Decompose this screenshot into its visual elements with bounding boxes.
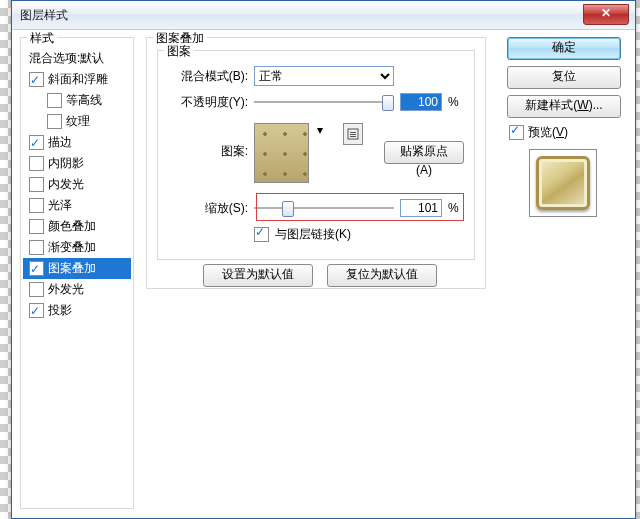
style-item-6[interactable]: 内发光 <box>23 174 131 195</box>
titlebar[interactable]: 图层样式 ✕ <box>12 1 635 30</box>
layer-style-dialog: 图层样式 ✕ 样式 混合选项:默认斜面和浮雕等高线纹理描边内阴影内发光光泽颜色叠… <box>11 0 636 519</box>
dialog-body: 样式 混合选项:默认斜面和浮雕等高线纹理描边内阴影内发光光泽颜色叠加渐变叠加图案… <box>20 37 627 510</box>
preview-checkbox[interactable] <box>509 125 524 140</box>
opacity-input[interactable] <box>400 93 442 111</box>
opacity-pct: % <box>448 95 464 109</box>
style-item-11[interactable]: 外发光 <box>23 279 131 300</box>
style-list: 混合选项:默认斜面和浮雕等高线纹理描边内阴影内发光光泽颜色叠加渐变叠加图案叠加外… <box>23 48 131 506</box>
style-checkbox[interactable] <box>29 303 44 318</box>
pattern-label: 图案: <box>168 123 248 160</box>
style-label: 混合选项:默认 <box>29 48 104 69</box>
dialog-title: 图层样式 <box>20 7 68 24</box>
svg-rect-3 <box>350 136 356 137</box>
svg-rect-2 <box>350 134 356 135</box>
style-label: 外发光 <box>48 279 84 300</box>
preview-thumbnail <box>529 149 597 217</box>
svg-rect-1 <box>350 132 356 133</box>
style-label: 渐变叠加 <box>48 237 96 258</box>
style-item-12[interactable]: 投影 <box>23 300 131 321</box>
style-label: 等高线 <box>66 90 102 111</box>
reset-default-button[interactable]: 复位为默认值 <box>327 264 437 287</box>
style-checkbox[interactable] <box>29 72 44 87</box>
style-label: 投影 <box>48 300 72 321</box>
scale-label: 缩放(S): <box>168 200 248 217</box>
style-checkbox[interactable] <box>29 282 44 297</box>
link-with-layer-label: 与图层链接(K) <box>275 226 351 243</box>
style-item-5[interactable]: 内阴影 <box>23 153 131 174</box>
style-checkbox[interactable] <box>29 240 44 255</box>
center-panel: 图案叠加 图案 混合模式(B): 正常 不透明度(Y): <box>146 37 486 507</box>
style-label: 光泽 <box>48 195 72 216</box>
scale-pct: % <box>448 201 464 215</box>
style-label: 图案叠加 <box>48 258 96 279</box>
scale-slider[interactable] <box>254 199 394 217</box>
close-icon: ✕ <box>601 6 611 20</box>
pattern-dropdown-icon[interactable]: ▾ <box>315 123 326 137</box>
style-item-7[interactable]: 光泽 <box>23 195 131 216</box>
style-item-8[interactable]: 颜色叠加 <box>23 216 131 237</box>
make-default-button[interactable]: 设置为默认值 <box>203 264 313 287</box>
style-label: 描边 <box>48 132 72 153</box>
style-item-9[interactable]: 渐变叠加 <box>23 237 131 258</box>
close-button[interactable]: ✕ <box>583 4 629 25</box>
style-label: 内发光 <box>48 174 84 195</box>
ok-button[interactable]: 确定 <box>507 37 621 60</box>
styles-group: 样式 混合选项:默认斜面和浮雕等高线纹理描边内阴影内发光光泽颜色叠加渐变叠加图案… <box>20 37 134 509</box>
opacity-label: 不透明度(Y): <box>168 94 248 111</box>
styles-legend: 样式 <box>27 30 57 47</box>
new-style-button[interactable]: 新建样式(W)... <box>507 95 621 118</box>
style-checkbox[interactable] <box>29 261 44 276</box>
style-label: 颜色叠加 <box>48 216 96 237</box>
style-label: 斜面和浮雕 <box>48 69 108 90</box>
style-item-4[interactable]: 描边 <box>23 132 131 153</box>
cancel-button[interactable]: 复位 <box>507 66 621 89</box>
preview-label: 预览(V) <box>528 124 568 141</box>
style-checkbox[interactable] <box>29 219 44 234</box>
style-item-10[interactable]: 图案叠加 <box>23 258 131 279</box>
pattern-subgroup: 图案 混合模式(B): 正常 不透明度(Y): % <box>157 50 475 260</box>
link-with-layer-checkbox[interactable] <box>254 227 269 242</box>
snap-origin-button[interactable]: 贴紧原点(A) <box>384 141 464 164</box>
style-label: 纹理 <box>66 111 90 132</box>
style-label: 内阴影 <box>48 153 84 174</box>
style-checkbox[interactable] <box>29 177 44 192</box>
new-preset-icon[interactable] <box>343 123 363 145</box>
style-checkbox[interactable] <box>29 156 44 171</box>
style-checkbox[interactable] <box>29 135 44 150</box>
style-checkbox[interactable] <box>29 198 44 213</box>
blend-mode-label: 混合模式(B): <box>168 68 248 85</box>
style-item-3[interactable]: 纹理 <box>23 111 131 132</box>
style-item-1[interactable]: 斜面和浮雕 <box>23 69 131 90</box>
style-item-2[interactable]: 等高线 <box>23 90 131 111</box>
pattern-legend: 图案 <box>164 43 194 60</box>
right-panel: 确定 复位 新建样式(W)... 预览(V) <box>507 37 627 217</box>
pattern-overlay-group: 图案叠加 图案 混合模式(B): 正常 不透明度(Y): <box>146 37 486 289</box>
scale-input[interactable] <box>400 199 442 217</box>
opacity-slider[interactable] <box>254 93 394 111</box>
pattern-swatch[interactable] <box>254 123 309 183</box>
style-checkbox[interactable] <box>47 93 62 108</box>
style-checkbox[interactable] <box>47 114 62 129</box>
style-item-0[interactable]: 混合选项:默认 <box>23 48 131 69</box>
blend-mode-select[interactable]: 正常 <box>254 66 394 86</box>
